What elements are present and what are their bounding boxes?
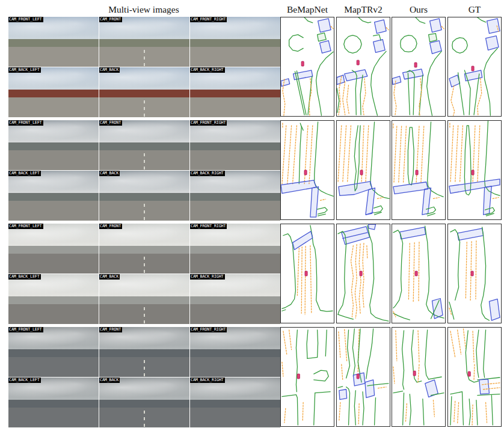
skyline-band (8, 246, 99, 254)
ego-vehicle-marker (297, 374, 300, 379)
road-boundary-line (354, 391, 355, 425)
road-boundary-line (491, 396, 493, 425)
lane-marking (144, 153, 145, 170)
road-region (8, 201, 99, 221)
road-region (190, 150, 280, 170)
lane-divider-line (419, 79, 422, 115)
ped-crossing-area (449, 75, 460, 87)
skyline-band (8, 142, 99, 150)
camera-label: CAM_BACK_RIGHT (190, 67, 225, 73)
camera-image-cam_front: CAM_FRONT (99, 327, 189, 377)
road-boundary-line (282, 395, 296, 397)
ego-vehicle-marker (472, 170, 474, 175)
road-boundary-line (425, 330, 429, 379)
ped-crossing-area (422, 188, 431, 215)
camera-image-cam_back: CAM_BACK (99, 378, 189, 427)
road-boundary-line (373, 35, 381, 41)
skyline-band (190, 39, 280, 47)
camera-image-cam_front_right: CAM_FRONT_RIGHT (190, 17, 280, 67)
road-boundary-line (307, 357, 318, 358)
lane-divider-line (342, 364, 343, 380)
lane-divider-line (466, 242, 467, 299)
ego-vehicle-marker (360, 170, 363, 175)
multiview-grid: CAM_FRONT_LEFTCAM_FRONTCAM_FRONT_RIGHTCA… (8, 17, 279, 427)
ped-crossing-area (458, 228, 484, 240)
road-region (190, 201, 280, 221)
skyline-band (99, 39, 189, 47)
skyline-band (99, 142, 189, 150)
lane-divider-line (284, 408, 286, 423)
road-region (190, 97, 280, 117)
road-boundary-line (360, 75, 363, 115)
camera-label: CAM_FRONT (99, 327, 122, 332)
lane-divider-line (463, 329, 466, 349)
lane-marking (144, 307, 145, 324)
lane-divider-line (366, 126, 369, 183)
road-boundary-line (481, 227, 490, 320)
road-boundary-line (462, 392, 463, 425)
road-boundary-line (401, 35, 417, 52)
road-boundary-line (474, 74, 479, 115)
camera-label: CAM_FRONT_RIGHT (190, 120, 227, 126)
map-panel-gt-row2 (447, 120, 502, 220)
road-boundary-line (318, 207, 328, 214)
road-boundary-line (304, 17, 313, 23)
lane-divider-line (359, 244, 361, 314)
road-boundary-line (338, 387, 343, 388)
lane-divider-line (377, 197, 383, 198)
road-boundary-line (476, 400, 478, 425)
ego-vehicle-marker (416, 170, 418, 175)
skyline-band (8, 349, 99, 357)
road-boundary-line (315, 392, 330, 393)
skyline-band (99, 296, 189, 304)
ped-crossing-area (320, 41, 331, 54)
camera-label: CAM_FRONT_RIGHT (190, 224, 227, 229)
road-boundary-line (469, 399, 470, 425)
map-panel-gt-row1 (447, 17, 502, 117)
skyline-band (99, 349, 189, 357)
ped-crossing-area (430, 41, 442, 54)
skyline-band (190, 400, 280, 408)
road-boundary-line (299, 123, 301, 184)
lane-divider-line (408, 243, 410, 301)
ped-crossing-area (365, 380, 375, 398)
map-canvas (281, 328, 334, 426)
lane-divider-line (386, 28, 389, 30)
lane-divider-line (470, 242, 472, 301)
lane-divider-line (451, 86, 455, 115)
lane-divider-line (331, 26, 333, 29)
map-canvas (337, 121, 390, 219)
road-boundary-line (484, 330, 486, 378)
map-canvas (448, 224, 501, 323)
ego-vehicle-marker (468, 371, 470, 376)
road-boundary-line (310, 225, 333, 311)
road-boundary-line (416, 17, 425, 23)
road-boundary-line (478, 17, 486, 22)
road-boundary-line (408, 73, 410, 115)
road-boundary-line (450, 397, 452, 425)
map-panel-bemapnet-row1 (280, 17, 334, 117)
lane-divider-line (455, 126, 458, 183)
lane-divider-line (367, 246, 367, 259)
lane-divider-line (339, 332, 340, 357)
camera-image-cam_back_right: CAM_BACK_RIGHT (190, 171, 280, 221)
lane-divider-line (343, 126, 346, 183)
camera-label: CAM_FRONT (99, 17, 122, 22)
ped-crossing-area (366, 188, 375, 215)
camera-image-cam_front: CAM_FRONT (99, 120, 189, 170)
camera-label: CAM_BACK_LEFT (8, 67, 41, 73)
skyline-band (8, 296, 99, 304)
lane-marking (144, 204, 145, 221)
road-region (190, 357, 280, 377)
ego-vehicle-marker (305, 271, 307, 276)
paper-figure: Multi-view images BeMapNet MapTRv2 Ours … (0, 0, 504, 428)
road-boundary-line (450, 392, 463, 394)
ped-crossing-area (403, 69, 423, 79)
ego-vehicle-marker (304, 170, 307, 175)
camera-image-cam_back_right: CAM_BACK_RIGHT (190, 378, 280, 427)
map-panel-maptrv2-row1 (336, 17, 390, 117)
road-boundary-area (318, 33, 327, 41)
skyline-band (190, 246, 280, 254)
lane-divider-line (321, 199, 326, 200)
map-panel-maptrv2-row4 (336, 327, 390, 427)
